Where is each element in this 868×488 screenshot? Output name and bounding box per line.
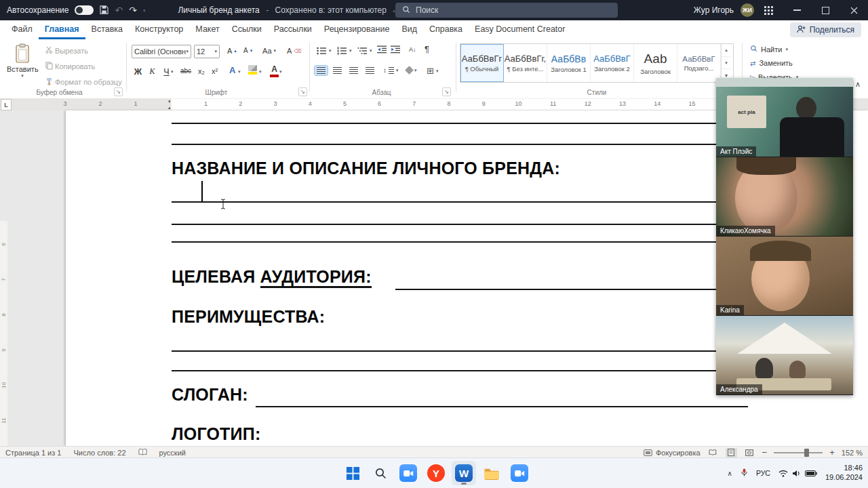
zoom-slider[interactable] [774,452,823,453]
borders-button[interactable]: ⊞▾ [425,64,440,77]
find-button[interactable]: Найти ▾ [750,45,788,54]
format-painter-button[interactable]: Формат по образцу [43,76,124,88]
paragraph-dialog-launcher-icon[interactable]: ↘ [442,87,451,96]
taskbar-clock[interactable]: 18:46 19.06.2024 [825,464,863,483]
collapse-panel-chevron-icon[interactable]: ∧ [855,80,861,89]
taskbar-yandex-browser[interactable]: Y [424,461,448,485]
change-case-button[interactable]: Аа▾ [260,45,278,56]
subscript-button[interactable]: x₂ [198,67,205,75]
clipboard-dialog-launcher-icon[interactable]: ↘ [114,87,123,96]
web-layout-button[interactable] [744,448,755,458]
tab-layout[interactable]: Макет [189,20,225,39]
taskbar-file-explorer[interactable] [479,461,504,485]
increase-indent-button[interactable] [391,45,401,55]
align-left-button[interactable] [315,66,328,75]
text-effects-button[interactable]: А [229,65,235,75]
clear-formatting-button[interactable]: А⌫ [285,45,304,56]
video-tile[interactable]: act pla Акт Плэйс [716,78,853,157]
paste-button[interactable]: Вставить ▾ [7,43,38,79]
taskbar-zoom-app[interactable] [396,461,420,485]
align-right-button[interactable] [347,66,360,75]
print-layout-button[interactable] [726,448,737,458]
highlight-caret-icon[interactable]: ▾ [259,69,262,75]
focus-mode-button[interactable]: Фокусировка [644,449,701,457]
tab-help[interactable]: Справка [423,20,469,39]
tray-mic-icon[interactable] [741,468,748,479]
tab-mailings[interactable]: Рассылки [268,20,318,39]
style-subtitle[interactable]: АаБбВвГ Подзаго... [677,44,721,82]
decrease-indent-button[interactable] [377,45,387,55]
tray-chevron-up-icon[interactable]: ∧ [728,470,732,477]
grow-font-button[interactable]: А▴ [225,45,239,56]
read-mode-button[interactable] [707,448,719,458]
system-tray-cluster[interactable] [778,470,817,477]
undo-icon[interactable]: ↶ [115,5,123,15]
maximize-button[interactable] [811,0,840,20]
taskbar-zoom-meeting[interactable] [507,461,532,485]
show-paragraph-marks-button[interactable]: ¶ [425,44,429,54]
tab-home[interactable]: Главная [39,20,85,39]
cut-button[interactable]: Вырезать [43,45,90,56]
text-effects-caret-icon[interactable]: ▾ [238,69,241,75]
zoom-level[interactable]: 152 % [842,449,863,457]
tab-stop-selector[interactable]: L [1,99,12,110]
highlight-button[interactable] [248,65,257,75]
underline-caret-icon[interactable]: ▾ [171,69,174,75]
autosave-toggle[interactable] [75,5,94,15]
shading-button[interactable]: ▾ [404,66,419,75]
bullet-list-button[interactable]: ▾ [315,45,334,56]
hanging-indent-marker[interactable]: ▴ [168,105,171,110]
replace-button[interactable]: ⇄ Заменить [750,59,793,67]
multilevel-list-button[interactable]: ▾ [355,45,374,56]
font-color-button[interactable]: А [270,64,279,77]
word-count[interactable]: Число слов: 22 [73,449,125,457]
language-switcher[interactable]: РУС [756,469,770,477]
style-heading2[interactable]: АаБбВвГ Заголовок 2 [591,44,634,82]
font-size-combo[interactable]: 12 ▾ [194,45,220,58]
language-indicator[interactable]: русский [159,449,186,457]
line-spacing-button[interactable]: ↕▾ [381,65,401,75]
tab-view[interactable]: Вид [395,20,423,39]
style-heading1[interactable]: АаБбВв Заголовок 1 [547,44,591,82]
quick-access-caret-icon[interactable]: ▾ [143,8,146,13]
tab-insert[interactable]: Вставка [85,20,129,39]
style-title[interactable]: Ааb Заголовок [634,44,677,82]
italic-button[interactable]: К [146,65,159,78]
bold-button[interactable]: Ж [132,65,144,78]
video-tile[interactable]: КликаюХомячка [716,157,853,237]
tab-file[interactable]: Файл [5,20,39,39]
styles-scroll-up-icon[interactable]: ▴ [722,44,731,57]
tab-easy-document-creator[interactable]: Easy Document Creator [469,20,571,39]
save-icon[interactable] [100,5,108,16]
sort-button[interactable]: А↓ [407,45,418,54]
font-color-caret-icon[interactable]: ▾ [279,69,282,75]
close-button[interactable] [840,0,868,20]
user-name[interactable]: Жур Игорь [694,5,734,15]
font-dialog-launcher-icon[interactable]: ↘ [298,87,307,96]
shrink-font-button[interactable]: А▾ [241,45,254,56]
zoom-out-button[interactable]: − [762,447,768,458]
superscript-button[interactable]: x² [212,67,218,75]
minimize-button[interactable] [783,0,811,20]
tab-review[interactable]: Рецензирование [318,20,396,39]
tab-design[interactable]: Конструктор [129,20,189,39]
justify-button[interactable] [363,66,376,75]
share-button[interactable]: Поделиться [790,22,861,37]
numbered-list-button[interactable]: ▾ [335,45,354,56]
taskbar-search-button[interactable] [368,461,393,485]
search-input[interactable]: Поиск [395,3,618,18]
align-center-button[interactable] [331,66,344,75]
style-normal[interactable]: АаБбВвГг ¶ Обычный [460,44,504,82]
font-family-combo[interactable]: Calibri (Основн ▾ [132,45,191,58]
ribbon-options-icon[interactable] [754,0,783,20]
zoom-in-button[interactable]: + [829,447,835,458]
proofing-icon[interactable] [138,449,147,457]
style-no-spacing[interactable]: АаБбВвГг, ¶ Без инте... [504,44,547,82]
redo-icon[interactable]: ↷ [129,5,137,15]
taskbar-word-app[interactable]: W [452,461,476,485]
strikethrough-button[interactable]: abc [180,67,191,75]
page-indicator[interactable]: Страница 1 из 1 [5,449,61,457]
user-avatar[interactable]: ЖИ [741,3,754,17]
copy-button[interactable]: Копировать [43,60,97,73]
start-button[interactable] [340,461,365,485]
